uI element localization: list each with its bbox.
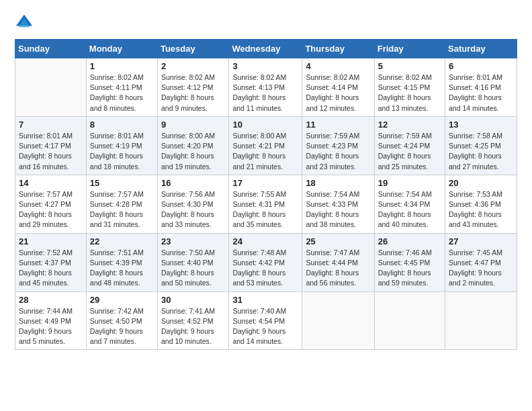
header [15, 12, 517, 31]
weekday-header-thursday: Thursday [302, 40, 374, 58]
calendar-cell: 27Sunrise: 7:45 AMSunset: 4:47 PMDayligh… [445, 233, 517, 291]
day-number: 20 [449, 178, 513, 188]
weekday-row: SundayMondayTuesdayWednesdayThursdayFrid… [15, 40, 517, 58]
calendar-cell: 25Sunrise: 7:47 AMSunset: 4:44 PMDayligh… [302, 233, 374, 291]
logo [15, 12, 36, 31]
day-number: 21 [19, 236, 83, 246]
calendar-cell: 6Sunrise: 8:01 AMSunset: 4:16 PMDaylight… [445, 58, 517, 117]
day-number: 14 [19, 178, 83, 188]
day-info: Sunrise: 8:00 AMSunset: 4:21 PMDaylight:… [232, 131, 298, 172]
calendar-cell: 3Sunrise: 8:02 AMSunset: 4:13 PMDaylight… [229, 58, 302, 117]
calendar-cell [302, 291, 374, 350]
calendar-cell: 1Sunrise: 8:02 AMSunset: 4:11 PMDaylight… [86, 58, 157, 117]
day-info: Sunrise: 8:01 AMSunset: 4:16 PMDaylight:… [449, 73, 513, 113]
day-info: Sunrise: 7:47 AMSunset: 4:44 PMDaylight:… [306, 248, 370, 289]
calendar-cell: 26Sunrise: 7:46 AMSunset: 4:45 PMDayligh… [374, 233, 445, 291]
day-number: 25 [306, 236, 370, 246]
calendar-cell [374, 291, 445, 350]
day-number: 26 [378, 236, 441, 246]
calendar-cell: 15Sunrise: 7:57 AMSunset: 4:28 PMDayligh… [86, 175, 157, 233]
day-number: 30 [161, 295, 225, 305]
calendar-cell: 21Sunrise: 7:52 AMSunset: 4:37 PMDayligh… [15, 233, 87, 291]
calendar-cell: 31Sunrise: 7:40 AMSunset: 4:54 PMDayligh… [229, 291, 302, 350]
day-number: 10 [232, 120, 298, 130]
calendar-cell: 22Sunrise: 7:51 AMSunset: 4:39 PMDayligh… [86, 233, 157, 291]
day-number: 3 [232, 61, 298, 71]
day-info: Sunrise: 7:46 AMSunset: 4:45 PMDaylight:… [378, 248, 441, 289]
calendar-header: SundayMondayTuesdayWednesdayThursdayFrid… [15, 40, 517, 58]
calendar-cell: 16Sunrise: 7:56 AMSunset: 4:30 PMDayligh… [157, 175, 228, 233]
weekday-header-saturday: Saturday [445, 40, 517, 58]
day-info: Sunrise: 7:54 AMSunset: 4:34 PMDaylight:… [378, 189, 441, 230]
day-info: Sunrise: 7:42 AMSunset: 4:50 PMDaylight:… [90, 306, 154, 347]
calendar-cell: 28Sunrise: 7:44 AMSunset: 4:49 PMDayligh… [15, 291, 87, 350]
day-number: 17 [232, 178, 298, 188]
day-info: Sunrise: 7:50 AMSunset: 4:40 PMDaylight:… [161, 248, 225, 289]
calendar-cell: 29Sunrise: 7:42 AMSunset: 4:50 PMDayligh… [86, 291, 157, 350]
calendar-cell: 20Sunrise: 7:53 AMSunset: 4:36 PMDayligh… [445, 175, 517, 233]
weekday-header-monday: Monday [86, 40, 157, 58]
day-info: Sunrise: 7:45 AMSunset: 4:47 PMDaylight:… [449, 248, 513, 289]
day-info: Sunrise: 7:58 AMSunset: 4:25 PMDaylight:… [449, 131, 513, 172]
calendar-cell: 8Sunrise: 8:01 AMSunset: 4:19 PMDaylight… [86, 116, 157, 175]
day-info: Sunrise: 7:54 AMSunset: 4:33 PMDaylight:… [306, 189, 370, 230]
calendar-cell: 4Sunrise: 8:02 AMSunset: 4:14 PMDaylight… [302, 58, 374, 117]
weekday-header-sunday: Sunday [15, 40, 87, 58]
calendar-body: 1Sunrise: 8:02 AMSunset: 4:11 PMDaylight… [15, 58, 517, 350]
day-info: Sunrise: 8:01 AMSunset: 4:19 PMDaylight:… [90, 131, 154, 172]
day-info: Sunrise: 7:55 AMSunset: 4:31 PMDaylight:… [232, 189, 298, 230]
day-number: 27 [449, 236, 513, 246]
calendar-cell: 24Sunrise: 7:48 AMSunset: 4:42 PMDayligh… [229, 233, 302, 291]
calendar-cell: 17Sunrise: 7:55 AMSunset: 4:31 PMDayligh… [229, 175, 302, 233]
day-info: Sunrise: 8:01 AMSunset: 4:17 PMDaylight:… [19, 131, 83, 172]
calendar-cell: 10Sunrise: 8:00 AMSunset: 4:21 PMDayligh… [229, 116, 302, 175]
day-number: 13 [449, 120, 513, 130]
calendar-cell: 5Sunrise: 8:02 AMSunset: 4:15 PMDaylight… [374, 58, 445, 117]
weekday-header-tuesday: Tuesday [157, 40, 228, 58]
day-info: Sunrise: 7:41 AMSunset: 4:52 PMDaylight:… [161, 306, 225, 347]
logo-icon [15, 12, 34, 31]
calendar-cell [445, 291, 517, 350]
day-number: 7 [19, 120, 83, 130]
day-number: 15 [90, 178, 154, 188]
day-number: 1 [90, 61, 154, 71]
calendar-week-5: 28Sunrise: 7:44 AMSunset: 4:49 PMDayligh… [15, 291, 517, 350]
calendar-cell: 13Sunrise: 7:58 AMSunset: 4:25 PMDayligh… [445, 116, 517, 175]
day-info: Sunrise: 7:53 AMSunset: 4:36 PMDaylight:… [449, 189, 513, 230]
calendar: SundayMondayTuesdayWednesdayThursdayFrid… [15, 39, 517, 350]
day-number: 2 [161, 61, 225, 71]
day-number: 9 [161, 120, 225, 130]
day-info: Sunrise: 7:40 AMSunset: 4:54 PMDaylight:… [232, 306, 298, 347]
calendar-week-2: 7Sunrise: 8:01 AMSunset: 4:17 PMDaylight… [15, 116, 517, 175]
day-info: Sunrise: 7:57 AMSunset: 4:28 PMDaylight:… [90, 189, 154, 230]
day-number: 6 [449, 61, 513, 71]
calendar-cell: 18Sunrise: 7:54 AMSunset: 4:33 PMDayligh… [302, 175, 374, 233]
day-info: Sunrise: 8:00 AMSunset: 4:20 PMDaylight:… [161, 131, 225, 172]
day-info: Sunrise: 7:56 AMSunset: 4:30 PMDaylight:… [161, 189, 225, 230]
calendar-cell: 7Sunrise: 8:01 AMSunset: 4:17 PMDaylight… [15, 116, 87, 175]
calendar-week-4: 21Sunrise: 7:52 AMSunset: 4:37 PMDayligh… [15, 233, 517, 291]
day-info: Sunrise: 7:59 AMSunset: 4:24 PMDaylight:… [378, 131, 441, 172]
day-info: Sunrise: 7:44 AMSunset: 4:49 PMDaylight:… [19, 306, 83, 347]
day-number: 19 [378, 178, 441, 188]
calendar-cell: 19Sunrise: 7:54 AMSunset: 4:34 PMDayligh… [374, 175, 445, 233]
day-number: 12 [378, 120, 441, 130]
day-info: Sunrise: 8:02 AMSunset: 4:12 PMDaylight:… [161, 73, 225, 113]
day-info: Sunrise: 8:02 AMSunset: 4:15 PMDaylight:… [378, 73, 441, 113]
day-info: Sunrise: 8:02 AMSunset: 4:13 PMDaylight:… [232, 73, 298, 113]
page: SundayMondayTuesdayWednesdayThursdayFrid… [0, 0, 532, 411]
day-info: Sunrise: 7:48 AMSunset: 4:42 PMDaylight:… [232, 248, 298, 289]
day-info: Sunrise: 7:59 AMSunset: 4:23 PMDaylight:… [306, 131, 370, 172]
day-number: 4 [306, 61, 370, 71]
day-number: 22 [90, 236, 154, 246]
day-number: 5 [378, 61, 441, 71]
day-info: Sunrise: 7:57 AMSunset: 4:27 PMDaylight:… [19, 189, 83, 230]
day-number: 31 [232, 295, 298, 305]
weekday-header-friday: Friday [374, 40, 445, 58]
calendar-week-3: 14Sunrise: 7:57 AMSunset: 4:27 PMDayligh… [15, 175, 517, 233]
day-number: 28 [19, 295, 83, 305]
calendar-cell: 12Sunrise: 7:59 AMSunset: 4:24 PMDayligh… [374, 116, 445, 175]
calendar-cell: 14Sunrise: 7:57 AMSunset: 4:27 PMDayligh… [15, 175, 87, 233]
calendar-cell: 11Sunrise: 7:59 AMSunset: 4:23 PMDayligh… [302, 116, 374, 175]
day-number: 29 [90, 295, 154, 305]
